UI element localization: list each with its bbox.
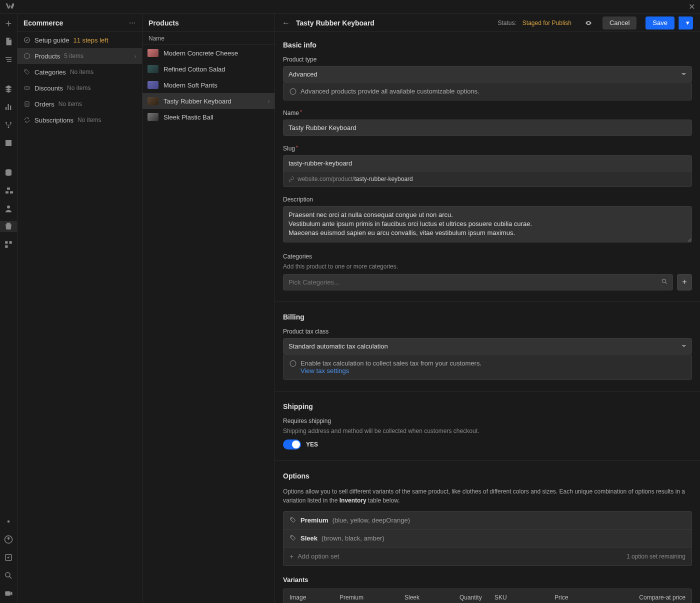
sidebar-item-label: Subscriptions <box>34 116 74 124</box>
slug-label: Slug <box>283 145 692 152</box>
product-thumb <box>148 49 158 57</box>
products-column: Products Name Modern Concrete Cheese Ref… <box>142 14 275 603</box>
save-button[interactable]: Save <box>646 16 674 30</box>
option-set-name: Premium <box>300 516 328 524</box>
description-textarea[interactable] <box>283 206 692 242</box>
view-tax-settings-link[interactable]: View tax settings <box>300 367 349 374</box>
product-thumb <box>148 65 158 73</box>
status-value[interactable]: Staged for Publish <box>522 20 572 26</box>
variants-header-quantity: Quantity <box>460 594 494 601</box>
requires-shipping-toggle[interactable] <box>283 440 301 450</box>
option-set-row[interactable]: Premium (blue, yellow, deepOrange) <box>283 511 692 530</box>
rail-help-icon[interactable] <box>0 534 17 545</box>
svg-point-13 <box>24 38 30 43</box>
svg-rect-12 <box>5 592 10 596</box>
name-input[interactable] <box>283 120 692 136</box>
tag-icon <box>290 534 296 542</box>
product-item[interactable]: Tasty Rubber Keyboard › <box>142 93 274 109</box>
rail-search-icon[interactable] <box>0 570 17 581</box>
rail-analytics-icon[interactable] <box>0 102 17 112</box>
sidebar-item-orders[interactable]: Orders No items <box>18 96 142 112</box>
tax-class-select[interactable]: Standard automatic tax calculation <box>283 338 692 354</box>
variants-header-image: Image <box>290 594 340 601</box>
sidebar-item-setup-guide[interactable]: Setup guide 11 steps left <box>18 32 142 48</box>
svg-rect-16 <box>25 102 29 106</box>
product-item-label: Sleek Plastic Ball <box>164 114 214 121</box>
product-item-label: Refined Cotton Salad <box>164 66 226 73</box>
product-type-info: Advanced products provide all available … <box>283 82 692 100</box>
product-item[interactable]: Modern Soft Pants <box>142 77 274 93</box>
slug-input[interactable] <box>283 155 692 172</box>
rail-cms-icon[interactable] <box>0 84 17 94</box>
rail-pages-icon[interactable] <box>0 36 17 47</box>
products-column-header: Name <box>142 32 274 45</box>
section-options: Options <box>283 472 692 480</box>
products-title: Products <box>142 14 274 32</box>
rail-users-icon[interactable] <box>0 203 17 214</box>
tax-class-label: Product tax class <box>283 328 692 335</box>
product-type-label: Product type <box>283 56 692 63</box>
nav-rail <box>0 14 18 603</box>
option-set-row[interactable]: Sleek (brown, black, amber) <box>283 530 692 548</box>
search-icon <box>661 278 668 285</box>
variants-header-row: Image Premium Sleek Quantity SKU Price C… <box>283 588 692 603</box>
categories-input[interactable] <box>283 274 673 290</box>
sidebar-more-icon[interactable]: ⋯ <box>129 19 136 26</box>
rail-navigator-icon[interactable] <box>0 54 17 65</box>
ecommerce-sidebar: Ecommerce ⋯ Setup guide 11 steps left Pr… <box>18 14 142 603</box>
sidebar-item-subscriptions[interactable]: Subscriptions No items <box>18 112 142 128</box>
close-icon[interactable]: ✕ <box>688 2 695 12</box>
requires-shipping-label: Requires shipping <box>283 418 692 424</box>
rail-video-icon[interactable] <box>0 588 17 599</box>
add-option-set-button[interactable]: + Add option set 1 option set remaining <box>283 548 692 566</box>
back-arrow-icon[interactable]: ← <box>282 18 290 28</box>
chevron-right-icon: › <box>268 98 270 104</box>
variants-header-sku: SKU <box>494 594 554 601</box>
sidebar-item-discounts[interactable]: Discounts No items <box>18 80 142 96</box>
product-detail-panel: ← Tasty Rubber Keyboard Status: Staged f… <box>275 14 700 603</box>
section-billing: Billing <box>283 313 692 321</box>
rail-add-icon[interactable] <box>0 18 17 29</box>
webflow-logo-icon[interactable] <box>5 2 14 12</box>
sidebar-item-categories[interactable]: Categories No items <box>18 64 142 80</box>
product-type-select[interactable]: Advanced <box>283 66 692 82</box>
svg-point-0 <box>6 122 7 124</box>
svg-rect-5 <box>5 241 8 244</box>
categories-label: Categories <box>283 253 692 260</box>
add-category-button[interactable]: + <box>677 274 692 290</box>
section-shipping: Shipping <box>283 402 692 410</box>
product-item[interactable]: Sleek Plastic Ball <box>142 109 274 125</box>
svg-point-4 <box>7 206 10 208</box>
plus-icon: + <box>290 552 294 560</box>
rail-ecommerce-icon[interactable] <box>0 221 17 232</box>
description-label: Description <box>283 196 692 203</box>
name-label: Name <box>283 110 692 116</box>
svg-point-21 <box>292 536 292 538</box>
svg-rect-7 <box>5 246 8 248</box>
sidebar-item-products[interactable]: Products 5 items › <box>18 48 142 64</box>
product-item[interactable]: Refined Cotton Salad <box>142 61 274 77</box>
variants-header-price: Price <box>554 594 616 601</box>
product-thumb <box>148 81 158 89</box>
sidebar-item-suffix: 11 steps left <box>73 36 108 44</box>
variants-header-premium: Premium <box>340 594 404 601</box>
svg-point-2 <box>8 126 10 128</box>
product-item[interactable]: Modern Concrete Cheese <box>142 45 274 61</box>
rail-audit-icon[interactable] <box>0 552 17 563</box>
rail-apps-icon[interactable] <box>0 239 17 250</box>
rail-logic-icon[interactable] <box>0 120 17 130</box>
rail-database-icon[interactable] <box>0 167 17 178</box>
rail-components-icon[interactable] <box>0 185 17 196</box>
rail-assets-icon[interactable] <box>0 138 17 148</box>
sidebar-item-label: Discounts <box>34 84 63 92</box>
section-variants: Variants <box>283 576 692 584</box>
rail-settings-icon[interactable] <box>0 516 17 527</box>
sidebar-item-count: 5 items <box>64 52 84 60</box>
save-dropdown-button[interactable]: ▾ <box>678 16 693 30</box>
cancel-button[interactable]: Cancel <box>602 16 636 30</box>
svg-point-11 <box>6 572 10 577</box>
product-thumb <box>148 113 158 121</box>
visibility-icon[interactable] <box>584 20 592 26</box>
slug-preview: website.com/product/tasty-rubber-keyboar… <box>283 171 692 187</box>
tag-icon <box>290 516 296 524</box>
